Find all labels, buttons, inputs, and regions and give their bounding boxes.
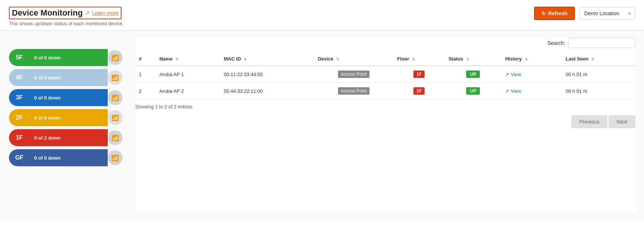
floor-2f-bar: 0 of 0 down <box>30 109 108 126</box>
wifi-icon: 📶 <box>111 74 119 81</box>
next-button[interactable]: Next <box>609 115 635 128</box>
floor-4f-wifi: 📶 <box>108 70 123 85</box>
cell-last-seen-1: 00 h 01 m <box>562 66 635 83</box>
floor-4f-bar: 0 of 0 down <box>30 69 108 86</box>
floor-3f-label: 3F <box>9 89 30 106</box>
view-link-1[interactable]: ↗ View <box>505 72 558 77</box>
cell-name-2: Aruba AP 2 <box>156 83 220 99</box>
col-last-seen[interactable]: Last Seen ⇅ <box>562 52 635 66</box>
table-section: Search: # Name ⇅ MAC ID ⇅ Device ⇅ Floor… <box>135 38 635 212</box>
table-row: 1 Aruba AP 1 00:11:22:33:44:55 Access Po… <box>135 66 635 83</box>
floor-1f-bar: 0 of 2 down <box>30 129 108 146</box>
col-name[interactable]: Name ⇅ <box>156 52 220 66</box>
floor-1f-wifi: 📶 <box>108 130 123 145</box>
refresh-button[interactable]: ↻ Refresh <box>534 7 575 20</box>
wifi-icon: 📶 <box>111 134 119 141</box>
title-box: Device Monitoring ↗ Learn more <box>9 7 121 19</box>
status-badge-1: UP <box>466 71 480 78</box>
sort-icon-mac: ⇅ <box>244 57 247 61</box>
page-wrapper: Device Monitoring ↗ Learn more This show… <box>0 0 644 229</box>
floor-list: 5F 0 of 0 down 📶 4F 0 of 0 down 📶 3F <box>9 38 124 212</box>
cell-history-2[interactable]: ↗ View <box>501 83 562 99</box>
header-title-row: Device Monitoring ↗ Learn more <box>9 7 124 19</box>
floor-3f-wifi: 📶 <box>108 90 123 105</box>
main-content: 5F 0 of 0 down 📶 4F 0 of 0 down 📶 3F <box>0 30 644 220</box>
floor-4f-status: 0 of 0 down <box>34 75 61 81</box>
cell-floor-1: 1F <box>393 66 445 83</box>
cell-num-1: 1 <box>135 66 156 83</box>
col-floor[interactable]: Floor ⇅ <box>393 52 445 66</box>
cell-floor-2: 1F <box>393 83 445 99</box>
data-table: # Name ⇅ MAC ID ⇅ Device ⇅ Floor ⇅ Statu… <box>135 52 635 99</box>
floor-5f-bar: 0 of 0 down <box>30 49 108 66</box>
floor-2f-label: 2F <box>9 109 30 126</box>
floor-item-5f[interactable]: 5F 0 of 0 down 📶 <box>9 49 124 66</box>
sort-icon-history: ⇅ <box>525 57 528 61</box>
col-mac[interactable]: MAC ID ⇅ <box>220 52 314 66</box>
col-status[interactable]: Status ⇅ <box>445 52 501 66</box>
search-input[interactable] <box>568 38 635 48</box>
header-subtitle: This shows up/down status of each monito… <box>9 21 124 26</box>
floor-5f-wifi: 📶 <box>108 50 123 65</box>
floor-2f-status: 0 of 0 down <box>34 115 61 121</box>
floor-4f-label: 4F <box>9 69 30 86</box>
device-badge-1: Access Point <box>338 71 370 78</box>
sort-icon-name: ⇅ <box>175 57 178 61</box>
view-link-2[interactable]: ↗ View <box>505 88 558 94</box>
page-title: Device Monitoring <box>12 8 83 18</box>
cell-history-1[interactable]: ↗ View <box>501 66 562 83</box>
search-row: Search: <box>135 38 635 48</box>
floor-item-1f[interactable]: 1F 0 of 2 down 📶 <box>9 129 124 146</box>
floor-3f-bar: 0 of 0 down <box>30 89 108 106</box>
floor-2f-wifi: 📶 <box>108 110 123 125</box>
sort-icon-device: ⇅ <box>336 57 339 61</box>
floor-1f-label: 1F <box>9 129 30 146</box>
col-history[interactable]: History ⇅ <box>501 52 562 66</box>
floor-gf-label: GF <box>9 149 30 166</box>
floor-5f-status: 0 of 0 down <box>34 55 61 60</box>
external-link-icon: ↗ <box>85 10 90 16</box>
floor-badge-2: 1F <box>413 87 425 95</box>
pagination-row: Previous Next <box>135 115 635 128</box>
wifi-icon: 📶 <box>111 154 119 161</box>
floor-item-3f[interactable]: 3F 0 of 0 down 📶 <box>9 89 124 106</box>
previous-button[interactable]: Previous <box>572 115 607 128</box>
floor-badge-1: 1F <box>413 71 425 78</box>
cell-device-2: Access Point <box>314 83 394 99</box>
search-label: Search: <box>547 40 565 46</box>
sort-icon-status: ⇅ <box>466 57 469 61</box>
floor-gf-wifi: 📶 <box>108 150 123 165</box>
cell-name-1: Aruba AP 1 <box>156 66 220 83</box>
cell-status-2: UP <box>445 83 501 99</box>
status-badge-2: UP <box>466 87 480 95</box>
cell-mac-2: 55:44:33:22:11:00 <box>220 83 314 99</box>
col-device[interactable]: Device ⇅ <box>314 52 394 66</box>
cell-mac-1: 00:11:22:33:44:55 <box>220 66 314 83</box>
table-header-row: # Name ⇅ MAC ID ⇅ Device ⇅ Floor ⇅ Statu… <box>135 52 635 66</box>
floor-item-4f[interactable]: 4F 0 of 0 down 📶 <box>9 69 124 86</box>
header: Device Monitoring ↗ Learn more This show… <box>0 0 644 30</box>
header-right: ↻ Refresh Demo Location <box>534 7 635 20</box>
floor-item-gf[interactable]: GF 0 of 0 down 📶 <box>9 149 124 166</box>
floor-item-2f[interactable]: 2F 0 of 0 down 📶 <box>9 109 124 126</box>
floor-5f-label: 5F <box>9 49 30 66</box>
device-badge-2: Access Point <box>338 87 370 95</box>
floor-3f-status: 0 of 0 down <box>34 95 61 101</box>
floor-gf-status: 0 of 0 down <box>34 155 61 161</box>
wifi-icon: 📶 <box>111 54 119 61</box>
cell-status-1: UP <box>445 66 501 83</box>
refresh-label: Refresh <box>548 10 567 16</box>
external-link-icon: ↗ <box>505 88 509 94</box>
header-left: Device Monitoring ↗ Learn more This show… <box>9 7 124 26</box>
location-select[interactable]: Demo Location <box>579 7 635 20</box>
learn-more-link[interactable]: Learn more <box>92 10 119 16</box>
sort-icon-last-seen: ⇅ <box>591 57 594 61</box>
table-row: 2 Aruba AP 2 55:44:33:22:11:00 Access Po… <box>135 83 635 99</box>
col-num: # <box>135 52 156 66</box>
wifi-icon: 📶 <box>111 94 119 101</box>
floor-gf-bar: 0 of 0 down <box>30 149 108 166</box>
showing-text: Showing 1 to 2 of 2 entries <box>135 104 635 109</box>
cell-last-seen-2: 00 h 01 m <box>562 83 635 99</box>
floor-1f-status: 0 of 2 down <box>34 135 61 141</box>
location-select-wrapper: Demo Location <box>579 7 635 20</box>
